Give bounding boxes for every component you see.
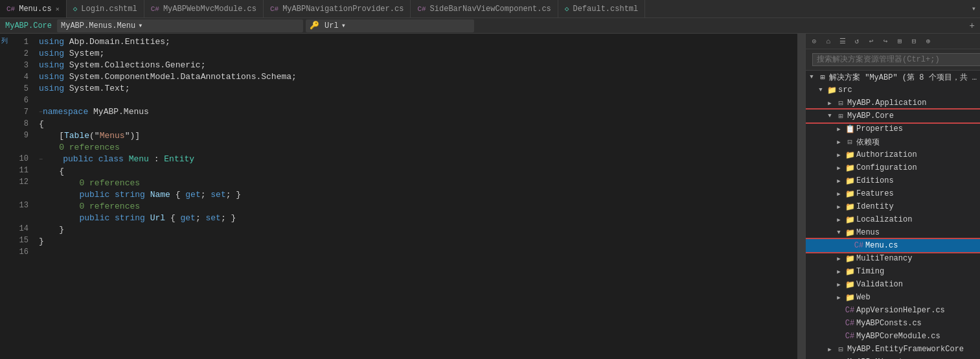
core-project-icon: ⊞ [836, 111, 846, 121]
web-arrow: ▶ [834, 294, 843, 301]
cshtml-icon: ◇ [73, 5, 78, 13]
tree-node-features[interactable]: ▶ 📁 Features [806, 187, 980, 200]
cs-icon: C# [6, 5, 15, 13]
app-arrow: ▶ [825, 100, 834, 107]
tab-navprovider[interactable]: C# MyABPNavigationProvider.cs [264, 0, 411, 18]
menus-folder-icon: 📁 [845, 227, 855, 238]
tab-close[interactable]: ✕ [56, 5, 60, 13]
menus-label: Menus [856, 228, 880, 237]
tree-node-properties[interactable]: ▶ 📋 Properties [806, 122, 980, 135]
menus-arrow: ▼ [834, 229, 843, 236]
url-dropdown-label: Url [325, 21, 339, 30]
features-label: Features [856, 189, 894, 198]
cs-icon: C# [151, 5, 159, 13]
multi-arrow: ▶ [834, 255, 843, 262]
toolbar-btn-refresh[interactable]: ↺ [851, 36, 863, 47]
tree-node-coremodule[interactable]: C# MyABPCoreModule.cs [806, 330, 980, 343]
tree-node-menus[interactable]: ▼ 📁 Menus [806, 226, 980, 239]
toolbar-btn-add[interactable]: ⊕ [922, 36, 934, 47]
tree-node-ef[interactable]: ▶ ⊟ MyABP.EntityFrameworkCore [806, 343, 980, 356]
tree-node-consts[interactable]: C# MyABPConsts.cs [806, 317, 980, 330]
tab-mvcmodule[interactable]: C# MyABPWebMvcModule.cs [144, 0, 264, 18]
tree-node-src[interactable]: ▼ 📁 src [806, 84, 980, 97]
tree-node-myabp-app[interactable]: ▶ ⊟ MyABP.Application [806, 97, 980, 110]
editions-folder-icon: 📁 [845, 176, 855, 186]
tree-node-validation[interactable]: ▶ 📁 Validation [806, 278, 980, 291]
url-dropdown-arrow: ▾ [341, 21, 346, 30]
val-folder-icon: 📁 [845, 279, 855, 290]
toolbar-btn-redo[interactable]: ↪ [880, 36, 891, 47]
solution-root[interactable]: ▼ ⊞ 解决方案 "MyABP" (第 8 个项目，共 8 个 [806, 71, 980, 84]
tree-node-multitenancy[interactable]: ▶ 📁 MultiTenancy [806, 252, 980, 265]
deps-label: 依赖项 [856, 137, 880, 148]
toolbar-btn-undo[interactable]: ↩ [865, 36, 877, 47]
tab-default-cshtml[interactable]: ◇ Default.cshtml [558, 0, 645, 18]
auth-label: Authorization [856, 150, 917, 159]
toolbar-btn-home[interactable]: ⌂ [823, 36, 834, 47]
namespace-dropdown-label: MyABP.Menus.Menu [61, 21, 135, 30]
editor-area[interactable]: 1 2 3 4 5 6 7 8 9 10 11 12 13 14 15 16 u… [9, 34, 797, 359]
web-label: Web [856, 293, 871, 302]
tree-node-localization[interactable]: ▶ 📁 Localization [806, 213, 980, 226]
tree-node-config[interactable]: ▶ 📁 Configuration [806, 161, 980, 174]
tree-node-menu-cs[interactable]: C# Menu.cs [806, 239, 980, 252]
editor-scrollbar[interactable] [797, 34, 805, 359]
solution-panel-toolbar: ⊙ ⌂ ☰ ↺ ↩ ↪ ⊞ ⊟ ⊕ [806, 34, 980, 49]
coremod-label: MyABPCoreModule.cs [856, 332, 940, 341]
val-label: Validation [856, 280, 903, 289]
val-arrow: ▶ [834, 281, 843, 288]
tab-bar: C# Menu.cs ✕ ◇ Login.cshtml C# MyABPWebM… [0, 0, 980, 18]
menu-cs-icon: C# [854, 240, 864, 251]
tab-login-cshtml[interactable]: ◇ Login.cshtml [67, 0, 144, 18]
cshtml-icon: ◇ [565, 5, 569, 13]
config-arrow: ▶ [834, 165, 843, 172]
timing-folder-icon: 📁 [845, 266, 855, 277]
properties-icon: 📋 [845, 124, 855, 134]
tab-menu-cs[interactable]: C# Menu.cs ✕ [0, 0, 67, 18]
tree-node-migrator[interactable]: ▶ ⊟ MyABP.Migrator [806, 356, 980, 359]
main-area: 列 1 2 3 4 5 6 7 8 9 10 11 12 13 14 15 16… [0, 34, 980, 359]
consts-icon: C# [845, 318, 855, 329]
deps-icon: ⊟ [845, 137, 855, 147]
tab-overflow-dropdown[interactable]: ▾ [968, 0, 980, 18]
tree-node-appversion[interactable]: C# AppVersionHelper.cs [806, 304, 980, 317]
solution-search-input[interactable] [812, 53, 980, 66]
app-label: MyABP.Application [847, 98, 926, 108]
tree-node-deps[interactable]: ▶ ⊟ 依赖项 [806, 135, 980, 148]
core-label: MyABP.Core [847, 111, 894, 121]
folder-icon: 📁 [826, 85, 837, 95]
tree-area: ▼ 📁 src ▶ ⊟ MyABP.Application ▼ ⊞ MyABP.… [806, 84, 980, 359]
tab-label: Default.cshtml [573, 5, 638, 14]
tree-node-web[interactable]: ▶ 📁 Web [806, 291, 980, 304]
namespace-dropdown-arrow: ▾ [138, 21, 142, 30]
namespace-dropdown[interactable]: MyABP.Menus.Menu ▾ [57, 19, 303, 32]
auth-folder-icon: 📁 [845, 150, 855, 160]
url-dropdown[interactable]: 🔑 Url ▾ [306, 19, 474, 32]
toolbar-btn-sync[interactable]: ⊙ [808, 36, 820, 47]
tree-node-identity[interactable]: ▶ 📁 Identity [806, 200, 980, 213]
project-icon: ⊟ [836, 98, 846, 108]
src-arrow: ▼ [816, 87, 825, 93]
code-editor[interactable]: using Abp.Domain.Entities; using System;… [34, 34, 797, 359]
tree-node-myabp-core[interactable]: ▼ ⊞ MyABP.Core [806, 110, 980, 122]
toolbar-btn-collapse[interactable]: ⊟ [908, 36, 920, 47]
loc-folder-icon: 📁 [845, 214, 855, 225]
identity-label: Identity [856, 202, 894, 211]
multi-label: MultiTenancy [856, 254, 912, 263]
solution-icon: ⊞ [817, 72, 828, 82]
project-label: MyABP.Core [3, 21, 54, 30]
tree-node-authorization[interactable]: ▶ 📁 Authorization [806, 148, 980, 161]
multi-folder-icon: 📁 [845, 253, 855, 264]
add-button[interactable]: + [967, 21, 977, 31]
tab-sidebar[interactable]: C# SideBarNavViewComponent.cs [411, 0, 558, 18]
toolbar-btn-filter[interactable]: ☰ [837, 36, 849, 47]
search-container [806, 49, 980, 71]
toolbar-btn-expand[interactable]: ⊞ [894, 36, 906, 47]
tree-node-editions[interactable]: ▶ 📁 Editions [806, 174, 980, 187]
cs-icon: C# [417, 5, 426, 13]
editions-arrow: ▶ [834, 178, 843, 185]
secondary-bar: MyABP.Core MyABP.Menus.Menu ▾ 🔑 Url ▾ + [0, 18, 980, 34]
identity-folder-icon: 📁 [845, 202, 855, 212]
tree-node-timing[interactable]: ▶ 📁 Timing [806, 265, 980, 278]
timing-arrow: ▶ [834, 268, 843, 275]
